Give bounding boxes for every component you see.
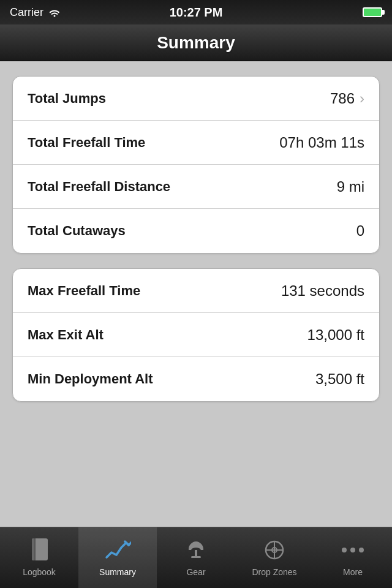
status-left: Carrier <box>10 6 61 19</box>
total-cutaways-label: Total Cutaways <box>28 223 126 239</box>
svg-rect-4 <box>191 556 201 558</box>
main-content: Total Jumps 786 › Total Freefall Time 07… <box>0 61 392 527</box>
min-deployment-alt-row: Min Deployment Alt 3,500 ft <box>13 357 379 401</box>
stats-card-1: Total Jumps 786 › Total Freefall Time 07… <box>12 76 380 254</box>
total-jumps-label: Total Jumps <box>28 91 106 107</box>
max-exit-alt-label: Max Exit Alt <box>28 327 104 343</box>
wifi-icon <box>48 7 61 17</box>
more-icon <box>339 537 366 564</box>
nav-bar: Summary <box>0 24 392 61</box>
total-freefall-time-value: 07h 03m 11s <box>279 134 364 151</box>
carrier-label: Carrier <box>10 6 43 19</box>
gear-icon <box>183 537 209 564</box>
total-freefall-distance-row: Total Freefall Distance 9 mi <box>13 165 379 209</box>
max-freefall-time-row: Max Freefall Time 131 seconds <box>13 269 379 313</box>
status-time: 10:27 PM <box>170 6 223 20</box>
tab-logbook-label: Logbook <box>23 567 56 577</box>
max-exit-alt-value: 13,000 ft <box>307 326 364 344</box>
dropzones-icon <box>261 537 288 564</box>
svg-rect-2 <box>34 538 36 560</box>
tab-more[interactable]: More <box>314 527 392 588</box>
tab-summary-label: Summary <box>99 567 136 577</box>
tab-gear-label: Gear <box>186 567 205 577</box>
total-freefall-time-row: Total Freefall Time 07h 03m 11s <box>13 121 379 165</box>
max-freefall-time-value: 131 seconds <box>281 282 364 300</box>
page-title: Summary <box>157 33 235 53</box>
total-jumps-row[interactable]: Total Jumps 786 › <box>13 77 379 121</box>
summary-icon <box>104 537 131 564</box>
chevron-icon: › <box>360 90 364 107</box>
min-deployment-alt-value: 3,500 ft <box>315 371 364 388</box>
total-cutaways-row: Total Cutaways 0 <box>13 209 379 253</box>
tab-more-label: More <box>343 567 363 577</box>
logbook-icon <box>26 537 53 564</box>
tab-gear[interactable]: Gear <box>157 527 235 588</box>
total-jumps-value: 786 › <box>330 90 364 107</box>
max-freefall-time-label: Max Freefall Time <box>28 283 140 299</box>
tab-bar: Logbook Summary Gear <box>0 527 392 588</box>
total-freefall-distance-label: Total Freefall Distance <box>28 179 170 195</box>
tab-logbook[interactable]: Logbook <box>0 527 78 588</box>
total-cutaways-value: 0 <box>356 222 364 239</box>
tab-dropzones[interactable]: Drop Zones <box>235 527 314 588</box>
tab-dropzones-label: Drop Zones <box>252 567 296 577</box>
status-bar: Carrier 10:27 PM <box>0 0 392 24</box>
min-deployment-alt-label: Min Deployment Alt <box>28 371 153 387</box>
tab-summary[interactable]: Summary <box>78 527 157 588</box>
total-freefall-distance-value: 9 mi <box>337 178 364 195</box>
stats-card-2: Max Freefall Time 131 seconds Max Exit A… <box>12 268 380 402</box>
total-freefall-time-label: Total Freefall Time <box>28 135 145 151</box>
battery-icon <box>363 7 382 17</box>
max-exit-alt-row: Max Exit Alt 13,000 ft <box>13 313 379 357</box>
